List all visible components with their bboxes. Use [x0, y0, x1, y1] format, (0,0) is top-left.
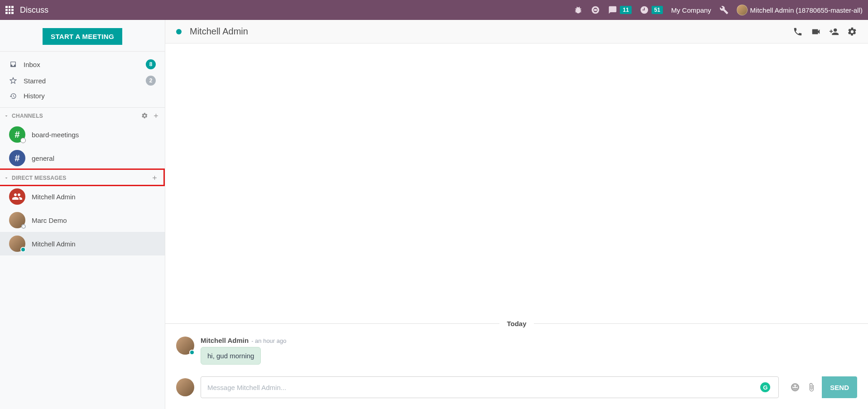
- send-button[interactable]: SEND: [822, 376, 857, 398]
- phone-icon[interactable]: [793, 27, 803, 37]
- bug-icon[interactable]: [574, 5, 583, 14]
- message: Mitchell Admin - an hour ago hi, gud mor…: [165, 333, 868, 368]
- channel-board-meetings[interactable]: # board-meetings: [0, 123, 165, 146]
- dm-label: Mitchell Admin: [32, 240, 76, 248]
- support-icon[interactable]: [591, 5, 600, 14]
- video-icon[interactable]: [811, 27, 821, 37]
- dm-mitchell-admin[interactable]: Mitchell Admin: [0, 232, 165, 255]
- dm-header-label[interactable]: DIRECT MESSAGES: [12, 175, 67, 181]
- status-online-icon: [189, 350, 195, 355]
- top-navbar: Discuss 11 51 My Company Mitchell Admin …: [0, 0, 868, 20]
- dm-label: Marc Demo: [32, 217, 67, 224]
- mailbox-inbox[interactable]: Inbox 8: [0, 56, 165, 72]
- composer[interactable]: G: [201, 376, 779, 398]
- sidebar: START A MEETING Inbox 8 Starred 2 Histor…: [0, 20, 165, 409]
- dm-section-header: DIRECT MESSAGES: [0, 170, 163, 185]
- add-user-icon[interactable]: [829, 27, 839, 37]
- user-menu[interactable]: Mitchell Admin (18780655-master-all): [737, 5, 863, 15]
- thread-view: Mitchell Admin Today Mitchell Admin - an…: [165, 20, 868, 409]
- composer-avatar: [176, 378, 194, 396]
- message-input[interactable]: [207, 384, 760, 391]
- company-switcher[interactable]: My Company: [671, 6, 711, 14]
- grammarly-icon[interactable]: G: [760, 382, 770, 392]
- channel-general[interactable]: # general: [0, 146, 165, 170]
- message-author[interactable]: Mitchell Admin: [201, 337, 249, 344]
- hash-icon: #: [9, 150, 25, 166]
- messages-badge: 11: [620, 6, 631, 14]
- chevron-down-icon[interactable]: [4, 175, 9, 181]
- avatar-icon: [737, 5, 748, 15]
- inbox-icon: [9, 61, 17, 68]
- avatar-icon: [9, 236, 25, 252]
- avatar-icon: [9, 212, 25, 228]
- apps-launcher-icon[interactable]: [5, 6, 14, 14]
- start-meeting-button[interactable]: START A MEETING: [43, 28, 122, 45]
- presence-online-icon: [176, 29, 182, 34]
- dm-marc-demo[interactable]: Marc Demo: [0, 208, 165, 232]
- mailbox-list: Inbox 8 Starred 2 History: [0, 52, 165, 108]
- thread-body: Today Mitchell Admin - an hour ago hi, g…: [165, 43, 868, 370]
- activities-badge: 51: [652, 6, 663, 14]
- group-avatar-icon: [9, 188, 25, 205]
- thread-header: Mitchell Admin: [165, 20, 868, 43]
- status-online-icon: [20, 247, 26, 252]
- hash-icon: #: [9, 126, 25, 143]
- app-title: Discuss: [20, 5, 48, 15]
- chevron-down-icon[interactable]: [4, 113, 9, 119]
- channel-label: general: [32, 154, 54, 162]
- channels-header-label[interactable]: CHANNELS: [12, 113, 43, 119]
- mailbox-label: Inbox: [24, 61, 40, 68]
- gear-icon[interactable]: [141, 112, 148, 119]
- message-body: hi, gud morning: [201, 347, 261, 365]
- plus-icon[interactable]: [153, 112, 159, 119]
- chat-icon: [608, 5, 617, 14]
- mailbox-history[interactable]: History: [0, 89, 165, 103]
- dm-group-mitchell-admin[interactable]: Mitchell Admin: [0, 185, 165, 208]
- mailbox-label: Starred: [24, 77, 46, 85]
- date-separator-label: Today: [499, 320, 533, 327]
- message-time: - an hour ago: [251, 337, 286, 344]
- inbox-badge: 8: [146, 59, 156, 69]
- gear-icon[interactable]: [847, 27, 857, 37]
- clock-icon: [640, 5, 649, 14]
- mailbox-label: History: [24, 92, 45, 100]
- highlight-annotation: DIRECT MESSAGES: [0, 168, 165, 186]
- emoji-icon[interactable]: [791, 383, 800, 392]
- star-icon: [9, 77, 17, 84]
- plus-icon[interactable]: [151, 174, 158, 181]
- tools-icon[interactable]: [719, 5, 729, 14]
- composer-row: G SEND: [165, 370, 868, 409]
- status-offline-icon: [21, 224, 26, 229]
- activities-indicator[interactable]: 51: [640, 5, 663, 14]
- mailbox-starred[interactable]: Starred 2: [0, 72, 165, 89]
- message-avatar[interactable]: [176, 337, 194, 355]
- channels-section-header: CHANNELS: [0, 108, 165, 123]
- thread-title: Mitchell Admin: [190, 26, 248, 37]
- starred-badge: 2: [146, 76, 156, 86]
- user-name: Mitchell Admin (18780655-master-all): [750, 6, 863, 14]
- channel-label: board-meetings: [32, 131, 79, 139]
- date-separator: Today: [165, 320, 868, 327]
- globe-indicator-icon: [20, 138, 26, 143]
- messages-indicator[interactable]: 11: [608, 5, 631, 14]
- attachment-icon[interactable]: [807, 383, 816, 392]
- dm-label: Mitchell Admin: [32, 193, 76, 201]
- history-icon: [9, 92, 17, 100]
